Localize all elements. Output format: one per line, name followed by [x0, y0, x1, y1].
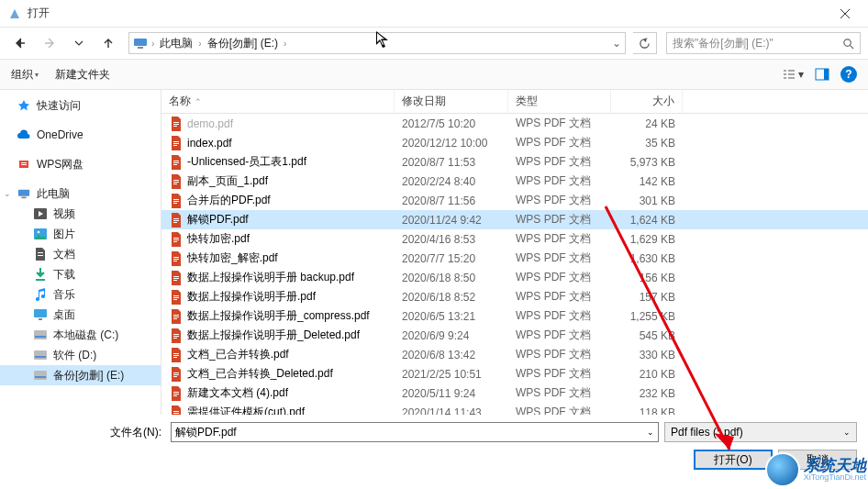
pdf-file-icon [169, 328, 184, 343]
file-size: 156 KB [611, 272, 683, 284]
file-size: 210 KB [611, 368, 683, 381]
file-row[interactable]: 需提供证件模板(cut).pdf2020/1/14 11:43WPS PDF 文… [161, 403, 868, 415]
forward-button[interactable] [37, 31, 62, 55]
crumb-thispc[interactable]: 此电脑 [158, 36, 195, 51]
sidebar-pictures[interactable]: 图片 [0, 224, 161, 244]
file-row[interactable]: 文档_已合并转换.pdf2020/6/8 13:42WPS PDF 文档330 … [161, 345, 868, 364]
file-size: 1,630 KB [611, 252, 683, 265]
back-button[interactable] [7, 31, 33, 55]
recent-dropdown[interactable] [66, 31, 92, 55]
sidebar-item-label: 桌面 [53, 307, 75, 323]
file-name: index.pdf [187, 137, 232, 150]
sidebar-drive-d[interactable]: 软件 (D:) [0, 345, 161, 365]
file-size: 545 KB [611, 329, 683, 342]
pdf-file-icon [169, 232, 184, 247]
chevron-right-icon: › [151, 39, 154, 49]
toolbar: 组织▾ 新建文件夹 ▾ ? [0, 59, 868, 90]
file-name: 数据上报操作说明手册.pdf [187, 289, 316, 305]
file-row[interactable]: 文档_已合并转换_Deleted.pdf2021/2/25 10:51WPS P… [161, 364, 868, 383]
file-row[interactable]: -Unlicensed-员工表1.pdf2020/8/7 11:53WPS PD… [161, 152, 868, 172]
col-label: 修改日期 [402, 94, 446, 109]
col-type[interactable]: 类型 [508, 90, 611, 113]
refresh-button[interactable] [633, 32, 657, 54]
file-row[interactable]: 新建文本文档 (4).pdf2020/5/11 9:24WPS PDF 文档23… [161, 383, 868, 403]
window-title: 打开 [28, 6, 824, 21]
watermark: 系统天地 XiTongTianDi.net [765, 452, 866, 487]
svg-rect-15 [35, 356, 46, 358]
pdf-file-icon [169, 213, 184, 228]
new-folder-button[interactable]: 新建文件夹 [55, 67, 110, 83]
file-row[interactable]: 数据上报操作说明手册_compress.pdf2020/6/5 13:21WPS… [161, 306, 868, 326]
view-mode-button[interactable]: ▾ [782, 68, 804, 81]
sidebar-drive-c[interactable]: 本地磁盘 (C:) [0, 325, 161, 345]
desktop-icon [33, 307, 48, 322]
sidebar-documents[interactable]: 文档 [0, 244, 161, 264]
sidebar-drive-e[interactable]: 备份[勿删] (E:) [0, 365, 161, 385]
drive-icon [33, 328, 48, 342]
breadcrumb[interactable]: › 此电脑 › 备份[勿删] (E:) › ⌄ [128, 32, 626, 54]
file-type: WPS PDF 文档 [508, 347, 611, 362]
file-type-filter[interactable]: Pdf files (*.pdf)⌄ [664, 422, 857, 442]
sidebar-onedrive[interactable]: OneDrive [0, 125, 161, 145]
file-row[interactable]: 数据上报操作说明手册.pdf2020/6/18 8:52WPS PDF 文档15… [161, 287, 868, 306]
sidebar-downloads[interactable]: 下载 [0, 264, 161, 284]
col-size[interactable]: 大小 [611, 90, 683, 113]
file-date: 2020/6/18 8:52 [395, 291, 508, 304]
file-date: 2020/6/18 8:50 [395, 272, 508, 284]
up-button[interactable] [95, 31, 121, 55]
sidebar-item-label: 视频 [53, 206, 75, 222]
crumb-folder[interactable]: 备份[勿删] (E:) [206, 36, 280, 51]
file-row[interactable]: 合并后的PDF.pdf2020/8/7 11:56WPS PDF 文档301 K… [161, 191, 868, 210]
file-row[interactable]: 副本_页面_1.pdf2020/2/24 8:40WPS PDF 文档142 K… [161, 172, 868, 191]
arrow-right-icon [43, 37, 56, 50]
file-row[interactable]: 数据上报操作说明手册_Deleted.pdf2020/6/9 9:24WPS P… [161, 326, 868, 345]
sidebar-music[interactable]: 音乐 [0, 284, 161, 305]
svg-rect-1 [138, 47, 143, 49]
file-date: 2021/2/25 10:51 [395, 368, 508, 381]
filename-input[interactable]: 解锁PDF.pdf⌄ [171, 422, 659, 442]
pdf-file-icon [169, 174, 184, 189]
col-name[interactable]: 名称⌃ [161, 90, 395, 113]
file-size: 301 KB [611, 194, 683, 207]
sidebar-videos[interactable]: 视频 [0, 204, 161, 224]
svg-rect-6 [21, 197, 26, 199]
help-button[interactable]: ? [840, 66, 857, 83]
sidebar-quick-access[interactable]: 快速访问 [0, 95, 161, 116]
file-name: 数据上报操作说明手册 backup.pdf [187, 270, 354, 285]
sidebar-wps[interactable]: WPS网盘 [0, 154, 161, 174]
file-name: 数据上报操作说明手册_compress.pdf [187, 308, 370, 324]
filename-label: 文件名(N): [0, 425, 165, 440]
column-headers: 名称⌃ 修改日期 类型 大小 [161, 90, 868, 114]
svg-rect-5 [18, 190, 29, 196]
sidebar-item-label: 文档 [53, 247, 75, 262]
file-size: 232 KB [611, 387, 683, 400]
file-row[interactable]: 快转加密.pdf2020/4/16 8:53WPS PDF 文档1,629 KB [161, 229, 868, 249]
drive-icon [33, 368, 48, 383]
sidebar-item-label: 音乐 [53, 287, 75, 303]
file-name: 快转加密.pdf [187, 231, 250, 247]
file-row[interactable]: 解锁PDF.pdf2020/11/24 9:42WPS PDF 文档1,624 … [161, 210, 868, 229]
file-row[interactable]: 数据上报操作说明手册 backup.pdf2020/6/18 8:50WPS P… [161, 268, 868, 287]
open-button[interactable]: 打开(O) [694, 450, 773, 470]
file-row[interactable]: demo.pdf2012/7/5 10:20WPS PDF 文档24 KB [161, 114, 868, 133]
search-input[interactable]: 搜索"备份[勿删] (E:)" [666, 32, 861, 54]
chevron-down-icon[interactable]: ⌄ [612, 37, 621, 50]
file-date: 2020/8/7 11:53 [395, 156, 508, 169]
file-list[interactable]: demo.pdf2012/7/5 10:20WPS PDF 文档24 KBind… [161, 114, 868, 415]
video-icon [33, 206, 48, 221]
sidebar-thispc[interactable]: ⌄此电脑 [0, 183, 161, 204]
pdf-file-icon [169, 367, 184, 382]
chevron-down-icon: ▾ [35, 71, 39, 79]
sidebar-desktop[interactable]: 桌面 [0, 305, 161, 325]
file-row[interactable]: 快转加密_解密.pdf2020/7/7 15:20WPS PDF 文档1,630… [161, 249, 868, 268]
file-date: 2020/6/5 13:21 [395, 310, 508, 323]
organize-menu[interactable]: 组织▾ [11, 67, 39, 83]
preview-pane-button[interactable] [815, 68, 829, 81]
file-row[interactable]: index.pdf2020/12/12 10:00WPS PDF 文档35 KB [161, 133, 868, 152]
close-button[interactable] [824, 0, 866, 28]
file-date: 2020/8/7 11:56 [395, 194, 508, 207]
arrow-up-icon [102, 37, 115, 50]
col-date[interactable]: 修改日期 [395, 90, 508, 113]
svg-rect-12 [34, 330, 47, 339]
pc-icon [133, 36, 148, 50]
